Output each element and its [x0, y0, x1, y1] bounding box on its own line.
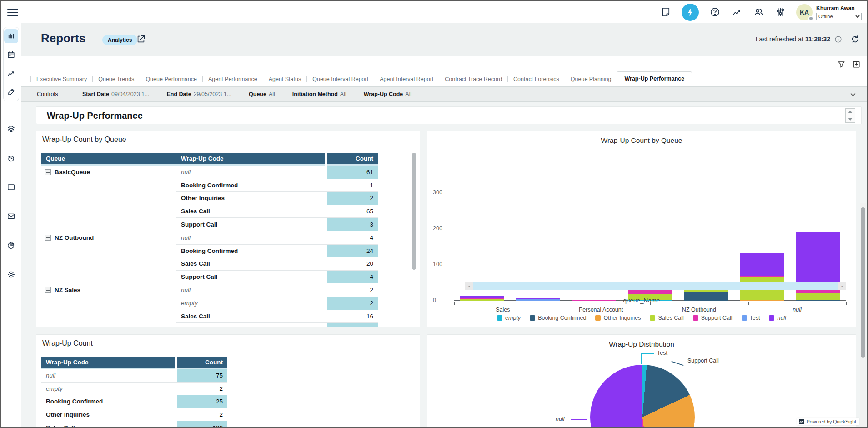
- collapse-icon[interactable]: [45, 235, 51, 241]
- tab-contract-trace-record[interactable]: Contract Trace Record: [439, 72, 507, 86]
- layers-icon: [7, 125, 15, 133]
- pie-chart[interactable]: [590, 365, 695, 427]
- filter-queue[interactable]: QueueAll: [249, 91, 275, 97]
- spinner-down-button[interactable]: [846, 116, 855, 123]
- table-row[interactable]: Support Call 4: [176, 270, 378, 283]
- avatar[interactable]: KA: [796, 4, 813, 20]
- tab-queue-interval-report[interactable]: Queue Interval Report: [307, 72, 374, 86]
- table-row[interactable]: null 4: [176, 231, 378, 244]
- table-row[interactable]: Booking Confirmed 25: [41, 395, 227, 408]
- callout-line: [671, 361, 683, 366]
- sidebar-item-mail[interactable]: [4, 209, 18, 223]
- legend-swatch: [742, 315, 747, 321]
- scrollbar-track[interactable]: [473, 282, 838, 290]
- refresh-icon[interactable]: [850, 35, 860, 44]
- pie-label-test: Test: [657, 350, 667, 356]
- table-row[interactable]: empty 2: [41, 383, 227, 396]
- flash-icon[interactable]: [682, 4, 699, 21]
- legend-swatch: [769, 315, 774, 321]
- help-icon[interactable]: [709, 6, 721, 18]
- status-select[interactable]: Offline: [816, 13, 862, 20]
- info-icon[interactable]: [834, 35, 842, 43]
- sidebar-item-metrics[interactable]: [4, 66, 18, 81]
- bar-segment-null[interactable]: [796, 232, 840, 282]
- table-row[interactable]: Booking Confirmed 24: [176, 244, 378, 257]
- sheet-title-card: Wrap-Up Performance: [36, 106, 862, 124]
- stacked-bar[interactable]: [796, 232, 840, 301]
- scroll-right-button[interactable]: ▸: [838, 282, 846, 290]
- table-header-row: Wrap-Up Code Count: [41, 357, 227, 369]
- table-row[interactable]: Sales Call 16: [176, 310, 378, 323]
- table-row[interactable]: Sales Call 106: [41, 421, 227, 427]
- filter-wrap-up-code[interactable]: Wrap-Up CodeAll: [364, 91, 411, 97]
- scroll-left-button[interactable]: ◂: [465, 282, 473, 290]
- legend-item[interactable]: Test: [742, 315, 760, 321]
- tab-executive-summary[interactable]: Executive Summary: [31, 72, 92, 86]
- table-row[interactable]: Other Inquiries 2: [176, 191, 378, 205]
- legend-item[interactable]: empty: [497, 315, 521, 321]
- sidebar-item-settings[interactable]: [4, 267, 18, 282]
- contacts-icon[interactable]: [753, 6, 764, 18]
- bar-segment-null[interactable]: [740, 253, 784, 276]
- chart-horizontal-scrollbar[interactable]: ◂ ▸: [465, 282, 846, 290]
- table-scrollbar[interactable]: [412, 153, 416, 270]
- mail-icon: [7, 212, 15, 221]
- tab-queue-trends[interactable]: Queue Trends: [93, 72, 140, 86]
- legend-item[interactable]: Other Inquiries: [595, 315, 641, 321]
- y-tick-label: 200: [433, 225, 451, 232]
- x-tick-label: null: [752, 307, 843, 313]
- export-icon[interactable]: [852, 60, 861, 69]
- page-scrollbar-thumb[interactable]: [861, 207, 865, 358]
- sidebar-item-history[interactable]: [4, 151, 18, 165]
- sidebar-item-analytics[interactable]: [4, 238, 18, 252]
- filter-end-date[interactable]: End Date29/05/2023 1...: [166, 91, 231, 97]
- filter-initiation-method[interactable]: Initiation MethodAll: [292, 91, 346, 97]
- preferences-icon[interactable]: [774, 6, 786, 18]
- stacked-bar[interactable]: [740, 253, 784, 301]
- tab-queue-performance[interactable]: Queue Performance: [140, 72, 202, 86]
- table-row[interactable]: null 61: [176, 166, 378, 179]
- tab-agent-status[interactable]: Agent Status: [263, 72, 307, 86]
- legend-item[interactable]: Sales Call: [650, 315, 683, 321]
- x-tick-label: Sales: [457, 307, 548, 313]
- controls-label: Controls: [37, 91, 82, 97]
- metrics-icon[interactable]: [731, 6, 743, 18]
- spinner-up-button[interactable]: [846, 109, 855, 116]
- sidebar-item-calendar[interactable]: [4, 48, 18, 62]
- tab-contact-forensics[interactable]: Contact Forensics: [508, 72, 565, 86]
- table-row[interactable]: empty 2: [176, 297, 378, 310]
- table-row[interactable]: null 75: [41, 369, 227, 383]
- table-row[interactable]: Sales Call 20: [176, 257, 378, 270]
- tab-wrap-up-performance[interactable]: Wrap-Up Performance: [617, 71, 692, 86]
- filter-icon[interactable]: [837, 60, 846, 69]
- legend-item[interactable]: Support Call: [693, 315, 733, 321]
- table-row[interactable]: Booking Confirmed 1: [176, 179, 378, 192]
- tab-queue-planning[interactable]: Queue Planning: [565, 72, 617, 86]
- sidebar-item-designer[interactable]: [4, 85, 18, 99]
- table-row[interactable]: Support Call 3: [176, 217, 378, 231]
- table-row[interactable]: null 2: [176, 283, 378, 297]
- collapse-icon[interactable]: [45, 169, 51, 175]
- legend-item[interactable]: null: [769, 315, 786, 321]
- queue-group: NZ Sales null 2 empty 2 Sales Call 16 Su…: [41, 283, 378, 327]
- filter-start-date[interactable]: Start Date09/04/2023 1...: [82, 91, 149, 97]
- table-row[interactable]: Other Inquiries 2: [41, 408, 227, 422]
- table-row[interactable]: Sales Call 65: [176, 205, 378, 218]
- table-row[interactable]: Support Call: [176, 322, 378, 327]
- sidebar-item-reports[interactable]: [4, 29, 18, 43]
- hamburger-menu-icon[interactable]: [7, 7, 18, 18]
- legend-item[interactable]: Booking Confirmed: [530, 315, 586, 321]
- tab-agent-performance[interactable]: Agent Performance: [203, 72, 263, 86]
- gridline: [454, 193, 846, 193]
- bar-chart-icon: [7, 32, 15, 40]
- tab-agent-interval-report[interactable]: Agent Interval Report: [374, 72, 439, 86]
- user-name: Khurram Awan: [816, 5, 855, 11]
- chevron-down-icon[interactable]: [849, 91, 857, 99]
- calendar-icon: [7, 50, 15, 59]
- sidebar-item-layers[interactable]: [4, 122, 18, 136]
- sidebar-item-browser[interactable]: [4, 180, 18, 194]
- note-icon[interactable]: [660, 6, 672, 18]
- window-icon: [7, 183, 15, 191]
- external-link-icon[interactable]: [136, 34, 146, 44]
- collapse-icon[interactable]: [45, 287, 51, 293]
